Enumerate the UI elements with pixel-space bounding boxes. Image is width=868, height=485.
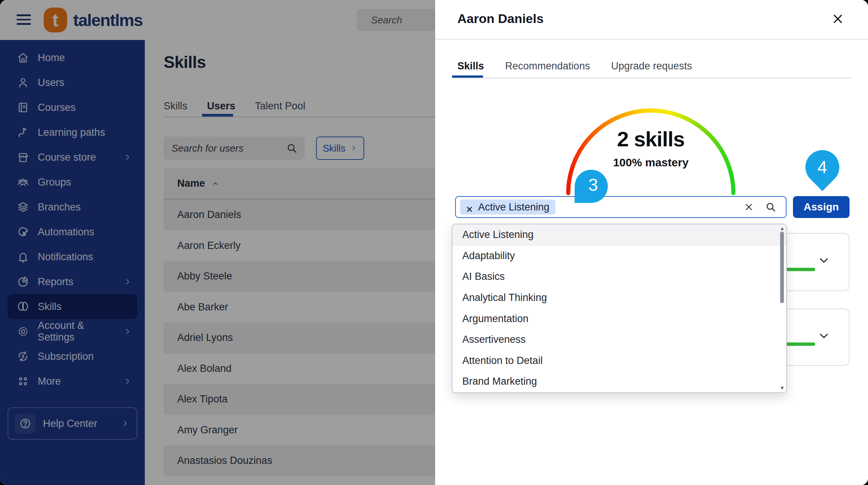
dropdown-scrollbar[interactable]: ▲ ▼ (779, 226, 785, 391)
panel-tabs-divider (452, 78, 851, 78)
step-4-callout: 4 (798, 143, 846, 191)
dropdown-option[interactable]: Attention to Detail (452, 350, 786, 371)
step-number: 4 (817, 157, 827, 177)
panel-tabs: Skills Recommendations Upgrade requests (457, 60, 692, 72)
panel-tab[interactable]: Skills (457, 60, 484, 72)
dropdown-option[interactable]: Brand Marketing (452, 371, 786, 392)
dropdown-option[interactable]: Adaptability (452, 246, 786, 267)
user-skills-panel: Aaron Daniels Skills Recommendations Upg… (435, 0, 868, 485)
app-window: t talentlms Home Users Courses (0, 0, 868, 485)
panel-title: Aaron Daniels (457, 11, 544, 26)
search-icon[interactable] (765, 201, 777, 213)
close-icon[interactable] (832, 13, 844, 25)
skill-search-input[interactable]: Active Listening (455, 196, 787, 218)
dropdown-option[interactable]: Argumentation (452, 308, 786, 329)
clear-input-icon[interactable] (744, 203, 753, 212)
mastery-percent: 100% mastery (564, 156, 738, 169)
modal-dim-overlay (0, 0, 435, 485)
dropdown-option[interactable]: Active Listening (452, 224, 786, 246)
chevron-down-icon[interactable] (817, 253, 831, 267)
chevron-down-icon[interactable] (817, 329, 831, 342)
scrollbar-thumb[interactable] (780, 232, 784, 303)
assign-button[interactable]: Assign (793, 196, 850, 218)
skills-dropdown: Active Listening Adaptability AI Basics … (452, 224, 787, 393)
dropdown-option[interactable]: Assertiveness (452, 329, 786, 350)
selected-skill-chip[interactable]: Active Listening (460, 200, 555, 215)
chip-remove-icon[interactable] (466, 204, 473, 210)
dropdown-option[interactable]: Analytical Thinking (452, 287, 786, 308)
step-3-callout: 3 (575, 170, 608, 203)
scroll-down-icon[interactable]: ▼ (780, 386, 784, 390)
skills-count: 2 skills (564, 127, 738, 151)
dropdown-option[interactable]: AI Basics (452, 266, 786, 287)
step-number: 3 (588, 175, 598, 195)
chip-label: Active Listening (478, 201, 549, 213)
panel-tab[interactable]: Recommendations (505, 60, 590, 72)
panel-header-divider (435, 39, 868, 40)
scroll-up-icon[interactable]: ▲ (780, 226, 784, 231)
panel-tab[interactable]: Upgrade requests (611, 60, 692, 72)
